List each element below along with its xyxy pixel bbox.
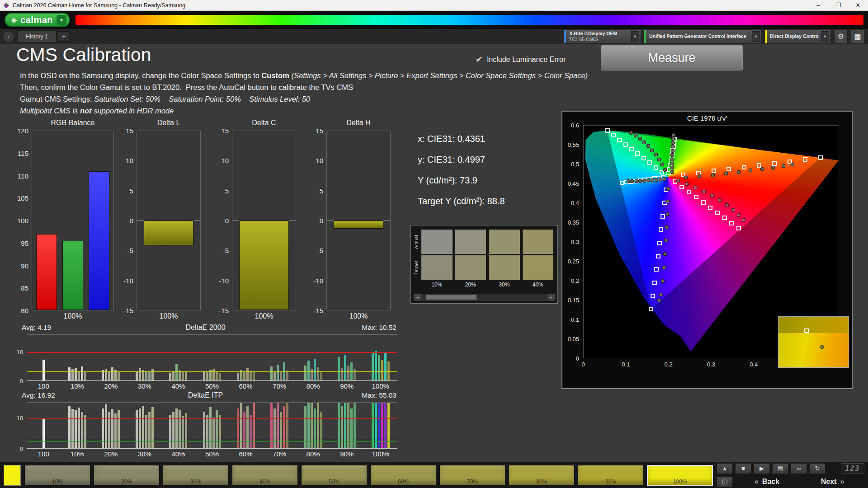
scrollbar-track[interactable]: [421, 294, 547, 300]
y-axis-tick-label: 0: [320, 217, 323, 225]
measurement-readout: x: CIE31: 0.4361: [418, 128, 562, 149]
cie-y-axis: 0.60.550.50.450.40.350.30.250.20.150.10.…: [562, 125, 581, 358]
measured-point-yellow: [670, 157, 675, 161]
patch-button-70%[interactable]: 70%: [439, 465, 505, 486]
continuous-measure-button[interactable]: ∞: [791, 463, 807, 474]
target-point-green: [623, 142, 628, 147]
patch-button-100%[interactable]: 100%: [647, 465, 713, 486]
patch-button-10%[interactable]: 10%: [24, 465, 90, 486]
chart-bar: [334, 221, 383, 229]
chevron-down-icon[interactable]: ▼: [752, 31, 760, 42]
patch-label: 50%: [329, 478, 340, 485]
y-axis-tick-label: -5: [127, 247, 133, 254]
tab-history-1[interactable]: History 1: [17, 30, 57, 42]
workflow-nav-button[interactable]: ›: [4, 32, 14, 42]
zoom-inset: [778, 316, 849, 368]
meter-dropdown-pattern-generator[interactable]: Unified Pattern Generator Control Interf…: [644, 30, 762, 43]
measured-point-magenta: [742, 218, 746, 222]
swatch-column: 40%: [522, 229, 554, 288]
meter-dropdown-display-control[interactable]: Direct Display Control ▼: [765, 30, 831, 43]
add-tab-button[interactable]: +: [58, 31, 70, 42]
measured-point-red: [771, 165, 775, 169]
measured-point-yellow: [671, 141, 675, 145]
patch-button-30%[interactable]: 30%: [163, 465, 229, 486]
next-button[interactable]: Next »: [801, 476, 865, 488]
patch-button-80%[interactable]: 80%: [509, 465, 575, 486]
deltae-bar: [68, 406, 71, 448]
back-button[interactable]: « Back: [735, 476, 799, 488]
eject-button[interactable]: ▲: [717, 463, 733, 474]
y-axis-tick-label: 0: [130, 217, 133, 225]
measured-point-red: [697, 174, 701, 178]
y-axis-tick-label: 0: [225, 217, 229, 225]
scrollbar-thumb[interactable]: [426, 295, 476, 300]
instruction-line: Gamut CMS Settings: Saturation Set: 50% …: [20, 93, 588, 105]
chart-title: DeltaE ITP: [14, 391, 397, 399]
reference-line: [27, 371, 397, 372]
deltae-bar: [151, 369, 154, 380]
x-axis-tick-label: 20%: [104, 382, 118, 390]
deltae-bar: [203, 412, 205, 448]
y-axis-tick-label: 0.6: [571, 122, 579, 129]
deltae-bar: [280, 372, 282, 380]
settings-gear-button[interactable]: ⚙: [834, 30, 848, 43]
logo-dropdown-button[interactable]: ▼: [57, 15, 66, 25]
scroll-left-button[interactable]: ◂: [414, 294, 421, 300]
reference-line: [27, 418, 397, 419]
play-button[interactable]: ▶: [754, 463, 770, 474]
patch-button-20%[interactable]: 20%: [94, 465, 160, 486]
deltae-bar: [381, 360, 383, 380]
deltae-bar: [209, 407, 212, 448]
instructions-block: In the OSD on the Samsung display, chang…: [20, 70, 588, 117]
measured-point-magenta: [685, 182, 689, 186]
y-axis-tick-label: 0.55: [568, 141, 579, 148]
reference-line: [27, 439, 397, 439]
y-axis-tick-label: 5: [320, 187, 323, 194]
patch-button-60%[interactable]: 60%: [370, 465, 436, 486]
minimize-button[interactable]: –: [808, 0, 828, 10]
scroll-right-button[interactable]: ▸: [547, 294, 554, 300]
measured-point-yellow: [670, 153, 675, 157]
inset-shade: [778, 317, 849, 333]
save-button[interactable]: ▤: [772, 463, 788, 474]
patch-button-90%[interactable]: 90%: [578, 465, 644, 486]
chart-bar: [89, 171, 109, 310]
include-luminance-toggle[interactable]: ✔ Include Luminance Error: [476, 54, 566, 65]
patch-button-40%[interactable]: 40%: [232, 465, 298, 486]
chevron-down-icon[interactable]: ▼: [631, 31, 639, 42]
layout-grid-button[interactable]: ▦: [851, 30, 864, 43]
chart-plot: [27, 402, 397, 449]
deltae-bar: [108, 412, 110, 448]
target-point-green: [611, 133, 616, 137]
measured-point-magenta: [731, 208, 735, 212]
y-axis-tick-label: -10: [123, 277, 133, 284]
patch-button-50%[interactable]: 50%: [301, 465, 367, 486]
chart-title: Delta H: [326, 119, 391, 131]
meter-dropdown-colorimeter[interactable]: X-Rite i1Display OEM TCL 65 C6KS ▼: [564, 30, 641, 43]
y-axis-tick-label: 0.05: [568, 336, 579, 343]
x-axis-tick-label: 100: [38, 382, 49, 390]
target-point-magenta: [694, 195, 698, 199]
measure-button[interactable]: Measure: [601, 45, 743, 70]
x-axis-tick-label: 80%: [307, 382, 320, 390]
target-point-blue: [657, 241, 662, 245]
deltae-bar: [347, 366, 349, 380]
chart-bar: [62, 241, 83, 310]
maximize-button[interactable]: ❐: [828, 0, 848, 10]
chevron-down-icon[interactable]: ▼: [821, 31, 829, 42]
instruction-text: supported in HDR mode: [92, 107, 174, 115]
instruction-text: Custom: [261, 71, 289, 80]
deltae-bar: [378, 355, 380, 380]
calman-logo-text: calman: [20, 15, 53, 25]
stop-button[interactable]: ■: [735, 463, 751, 474]
calman-menu-button[interactable]: ◈ calman ▼: [5, 13, 70, 27]
y-axis-tick-label: 5: [225, 187, 229, 194]
loop-button[interactable]: ↻: [809, 463, 826, 474]
deltae-bar: [283, 406, 285, 448]
deltae-bar: [75, 410, 77, 448]
swatch-row-labels: ActualTarget: [412, 229, 420, 281]
instruction-text: not: [80, 107, 92, 115]
close-button[interactable]: ✕: [848, 0, 868, 10]
pattern-window-button[interactable]: ◱: [717, 476, 733, 487]
measured-point-blue: [665, 225, 669, 230]
